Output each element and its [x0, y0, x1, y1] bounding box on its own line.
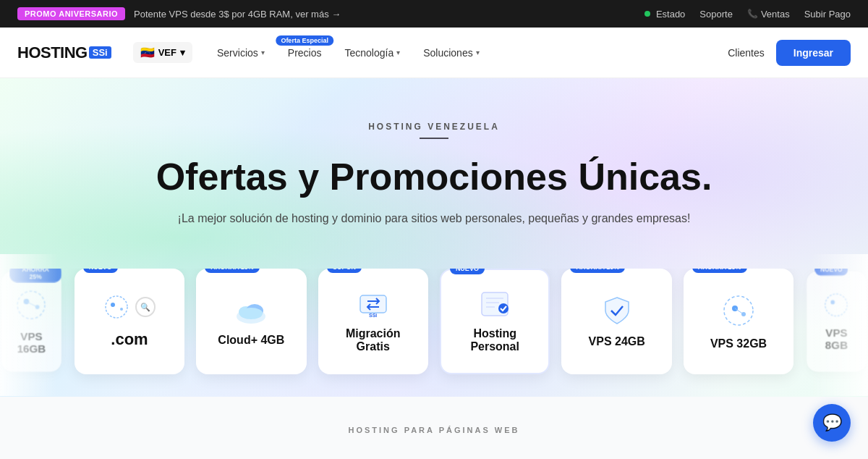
card-vps-32gb[interactable]: AHORRA 25% VPS 32GB [684, 269, 793, 374]
bottom-eyebrow: HOSTING PARA PÁGINAS WEB [0, 426, 868, 434]
top-bar-right: Estado Soporte 📞 Ventas Subir Pago [644, 9, 851, 20]
nav-soluciones-label: Soluciones [423, 47, 473, 59]
card-title: VPS 16GB [15, 331, 47, 355]
card-title: VPS 24GB [589, 335, 645, 348]
card-title: .com [111, 330, 148, 349]
card-title: Cloud+ 4GB [218, 334, 284, 347]
svg-line-3 [27, 302, 38, 308]
chat-bubble[interactable]: 💬 [813, 404, 851, 442]
chat-icon: 💬 [822, 413, 842, 432]
card-title: Migración Gratis [333, 327, 414, 353]
globe-icon [14, 288, 49, 323]
svg-point-6 [120, 308, 123, 311]
card-vps-8gb[interactable]: NUEVO VPS 8GB [807, 271, 866, 372]
svg-rect-11 [360, 295, 386, 313]
card-badge: AHORRA 25% [10, 269, 61, 282]
svg-point-24 [825, 294, 847, 316]
nav-right: Clientes Ingresar [728, 40, 851, 66]
card-hosting-personal[interactable]: NUEVO Hosting Personal [440, 269, 550, 374]
cards-row: AHORRA 25% VPS 16GB NUEVO [0, 269, 868, 396]
card-title: VPS 32GB [710, 337, 767, 350]
support-label: Soporte [699, 9, 733, 20]
logo-ssi: SSi [89, 46, 111, 59]
hero-eyebrow: HOSTING VENEZUELA [0, 122, 868, 132]
nav-precios[interactable]: Oferta Especial Precios [278, 41, 332, 64]
svg-point-10 [239, 308, 263, 319]
card-icon-area [14, 288, 49, 325]
card-title: VPS 8GB [820, 327, 852, 352]
promo-text: Potente VPS desde 3$ por 4GB RAM, ver má… [134, 9, 341, 20]
globe2-icon [720, 292, 757, 329]
currency-label: VEF [158, 47, 176, 58]
card-icon-area [720, 292, 757, 332]
pay-label: Subir Pago [804, 9, 851, 20]
hosting-check-icon [479, 290, 511, 319]
svg-point-19 [498, 303, 509, 313]
flag-icon: 🇻🇪 [140, 46, 155, 59]
promo-badge[interactable]: PROMO ANIVERSARIO [17, 7, 125, 20]
card-vps-16gb[interactable]: AHORRA 25% VPS 16GB [1, 271, 61, 372]
card-badge: AHORRA 25% [692, 269, 747, 273]
support-link[interactable]: Soporte [699, 9, 733, 20]
nav-items: Servicios ▾ Oferta Especial Precios Tecn… [207, 41, 728, 64]
card-subtitle: Personal [470, 340, 519, 353]
nav-precios-label: Precios [288, 47, 322, 59]
logo[interactable]: HOSTING SSi [17, 43, 111, 62]
svg-point-4 [106, 296, 127, 318]
shield-icon [601, 295, 633, 327]
search-icon: 🔍 [135, 297, 156, 317]
card-domain[interactable]: NUEVO 🔍 .com [75, 269, 184, 374]
sales-link[interactable]: 📞 Ventas [747, 9, 790, 20]
nav-tecnologia-label: Tecnología [344, 47, 393, 59]
chevron-down-icon: ▾ [180, 47, 185, 58]
chevron-down-icon: ▾ [396, 49, 400, 56]
status-dot [644, 11, 650, 17]
oferta-especial-badge: Oferta Especial [276, 35, 333, 46]
status-label: Estado [656, 9, 685, 20]
card-icon-area [233, 296, 269, 328]
navbar: HOSTING SSi 🇻🇪 VEF ▾ Servicios ▾ Oferta … [0, 28, 868, 78]
ingresar-button[interactable]: Ingresar [776, 40, 851, 66]
card-vps-24gb[interactable]: AHORRA 15% VPS 24GB [561, 269, 671, 374]
card-icon-area [823, 291, 851, 321]
card-badge: AHORRA 15% [570, 269, 625, 273]
nav-servicios[interactable]: Servicios ▾ [207, 41, 275, 64]
bottom-section: HOSTING PARA PÁGINAS WEB [0, 397, 868, 459]
card-badge: AHORRA 15% [205, 269, 260, 273]
svg-point-0 [17, 291, 45, 319]
card-title: Hosting [473, 327, 516, 340]
pay-link[interactable]: Subir Pago [804, 9, 851, 20]
card-cloud-4gb[interactable]: AHORRA 15% Cloud+ 4GB [196, 269, 306, 374]
card-icon-area [601, 295, 633, 329]
nav-tecnologia[interactable]: Tecnología ▾ [334, 41, 410, 64]
hero-title: Ofertas y Promociones Únicas. [0, 156, 868, 198]
svg-point-25 [831, 300, 835, 305]
hero-subtitle: ¡La mejor solución de hosting y dominio … [0, 212, 868, 225]
phone-icon: 📞 [747, 9, 758, 19]
card-icon-area [479, 290, 511, 321]
card-badge: NUEVO [815, 269, 848, 275]
nav-clientes[interactable]: Clientes [728, 47, 765, 59]
card-badge: NUEVO [450, 269, 485, 274]
card-badge: CUPÓN [327, 269, 362, 273]
nav-soluciones[interactable]: Soluciones ▾ [413, 41, 490, 64]
logo-text: HOSTING [17, 43, 88, 62]
currency-selector[interactable]: 🇻🇪 VEF ▾ [133, 42, 192, 63]
svg-point-2 [35, 305, 40, 309]
top-bar: PROMO ANIVERSARIO Potente VPS desde 3$ p… [0, 0, 868, 28]
card-badge: NUEVO [83, 269, 118, 273]
chevron-down-icon: ▾ [261, 49, 265, 56]
globe-small-icon [103, 294, 129, 320]
svg-text:SSi: SSi [369, 313, 377, 318]
eyebrow-divider [420, 138, 448, 139]
globe3-icon [823, 291, 851, 319]
cloud-icon [233, 296, 269, 325]
cards-container: AHORRA 25% VPS 16GB NUEVO [0, 254, 868, 396]
nav-servicios-label: Servicios [217, 47, 258, 59]
svg-point-5 [111, 303, 115, 307]
status-link[interactable]: Estado [644, 9, 685, 20]
card-migration[interactable]: CUPÓN SSi Migración Gratis [318, 269, 428, 374]
svg-line-23 [735, 308, 744, 314]
sales-label: Ventas [761, 9, 790, 20]
chevron-down-icon: ▾ [476, 49, 480, 56]
